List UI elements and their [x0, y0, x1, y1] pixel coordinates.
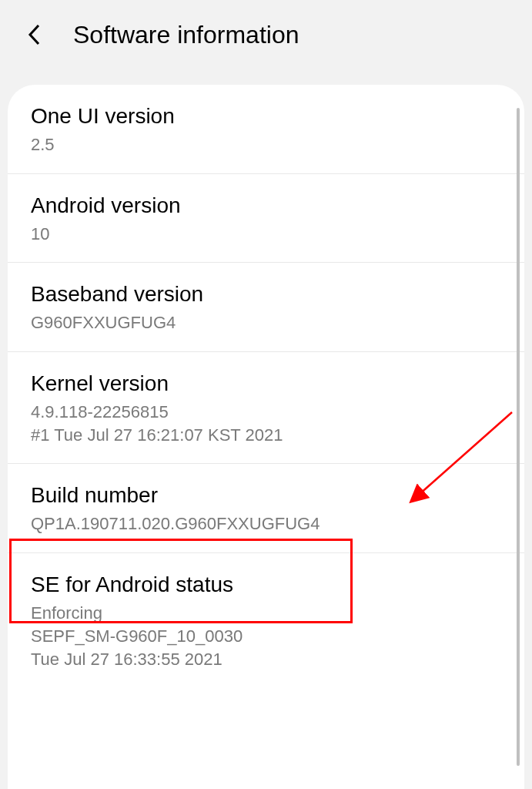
- header: Software information: [0, 0, 532, 69]
- scrollbar[interactable]: [517, 108, 520, 766]
- content-card: One UI version 2.5 Android version 10 Ba…: [8, 85, 524, 789]
- item-build-number[interactable]: Build number QP1A.190711.020.G960FXXUGFU…: [8, 464, 524, 553]
- item-title: One UI version: [31, 104, 501, 129]
- item-android-version[interactable]: Android version 10: [8, 174, 524, 264]
- item-value: G960FXXUGFUG4: [31, 311, 501, 334]
- item-value: QP1A.190711.020.G960FXXUGFUG4: [31, 512, 501, 536]
- item-title: Kernel version: [31, 371, 501, 396]
- item-value: 4.9.118-22256815#1 Tue Jul 27 16:21:07 K…: [31, 401, 501, 446]
- item-title: Baseband version: [31, 282, 501, 307]
- item-value: 10: [31, 223, 501, 246]
- item-title: SE for Android status: [31, 572, 501, 597]
- item-baseband-version[interactable]: Baseband version G960FXXUGFUG4: [8, 263, 524, 352]
- item-one-ui-version[interactable]: One UI version 2.5: [8, 85, 524, 174]
- item-se-android-status[interactable]: SE for Android status EnforcingSEPF_SM-G…: [8, 553, 524, 687]
- item-value: 2.5: [31, 133, 501, 156]
- item-title: Android version: [31, 193, 501, 218]
- page-title: Software information: [73, 21, 299, 49]
- item-value: EnforcingSEPF_SM-G960F_10_0030Tue Jul 27…: [31, 602, 501, 670]
- item-kernel-version[interactable]: Kernel version 4.9.118-22256815#1 Tue Ju…: [8, 352, 524, 464]
- item-title: Build number: [31, 483, 501, 508]
- back-icon[interactable]: [23, 23, 46, 46]
